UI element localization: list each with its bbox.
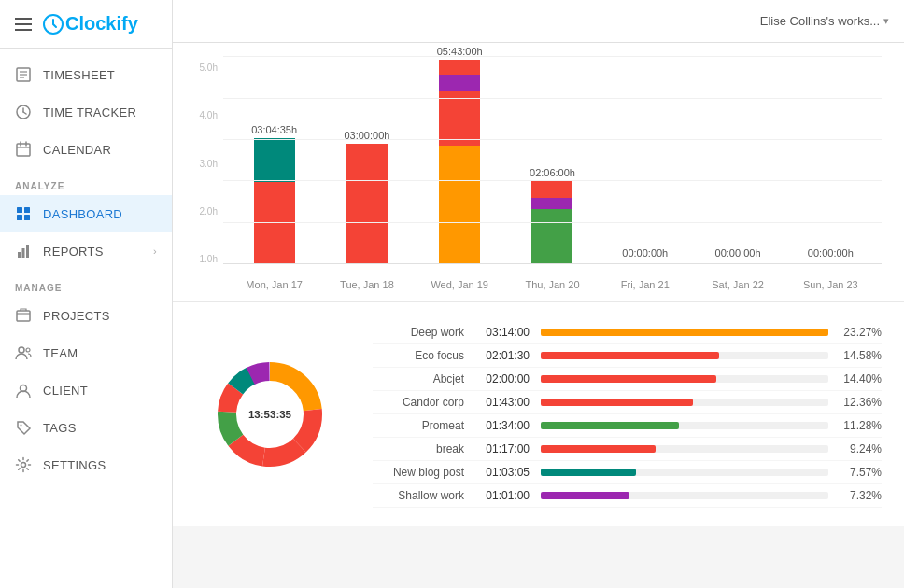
legend-name-deepwork: Deep work bbox=[373, 326, 475, 339]
x-label-fri: Fri, Jan 21 bbox=[599, 279, 691, 290]
legend-pct-deepwork: 23.27% bbox=[840, 326, 882, 339]
hamburger-menu[interactable] bbox=[15, 18, 32, 31]
legend-name-break: break bbox=[373, 442, 475, 455]
x-label-mon: Mon, Jan 17 bbox=[228, 279, 320, 290]
legend-row-deepwork: Deep work 03:14:00 23.27% bbox=[373, 321, 882, 344]
projects-label: PROJECTS bbox=[43, 309, 110, 323]
timesheet-icon bbox=[15, 66, 32, 83]
sidebar-item-tags[interactable]: TAGS bbox=[0, 409, 172, 446]
legend-row-promeat: Promeat 01:34:00 11.28% bbox=[373, 414, 882, 438]
sidebar-item-reports[interactable]: REPORTS › bbox=[0, 232, 172, 270]
svg-line-7 bbox=[23, 112, 26, 114]
projects-icon bbox=[15, 307, 32, 324]
sidebar-item-team[interactable]: TEAM bbox=[0, 334, 172, 371]
y-label-5: 5.0h bbox=[200, 63, 218, 73]
legend-name-shallowwork: Shallow work bbox=[373, 489, 475, 502]
legend-pct-candorcorp: 12.36% bbox=[840, 396, 882, 409]
legend-bar-fill-shallowwork bbox=[541, 492, 629, 499]
svg-rect-15 bbox=[24, 215, 30, 220]
dashboard-icon bbox=[15, 205, 32, 222]
legend-time-candorcorp: 01:43:00 bbox=[475, 396, 541, 409]
svg-point-24 bbox=[21, 463, 26, 468]
sidebar-item-projects[interactable]: PROJECTS bbox=[0, 297, 172, 334]
sidebar-item-dashboard[interactable]: DASHBOARD bbox=[0, 195, 172, 232]
svg-rect-8 bbox=[17, 144, 30, 156]
time-tracker-label: TIME TRACKER bbox=[43, 105, 136, 119]
top-bar: Elise Collins's works... ▾ bbox=[173, 0, 904, 43]
app-title: Clockify bbox=[65, 13, 138, 35]
legend-bar-newblogpost bbox=[541, 469, 828, 476]
legend-bar-promeat bbox=[541, 422, 828, 429]
legend-row-shallowwork: Shallow work 01:01:00 7.32% bbox=[373, 484, 882, 508]
legend-bar-ecofocus bbox=[541, 352, 828, 359]
reports-icon bbox=[15, 243, 32, 259]
legend-name-ecofocus: Eco focus bbox=[373, 349, 475, 362]
donut-center-time: 13:53:35 bbox=[248, 409, 291, 420]
reports-chevron-icon: › bbox=[153, 245, 157, 257]
legend-bar-deepwork bbox=[541, 329, 828, 336]
svg-point-21 bbox=[26, 348, 30, 352]
sidebar-item-timesheet[interactable]: TIMESHEET bbox=[0, 56, 172, 93]
legend-row-break: break 01:17:00 9.24% bbox=[373, 438, 882, 461]
bottom-section: 13:53:35 Deep work 03:14:00 23.27% Eco f… bbox=[173, 302, 904, 526]
dashboard-label: DASHBOARD bbox=[43, 207, 122, 221]
legend-pct-abcjet: 14.40% bbox=[840, 372, 882, 385]
tags-icon bbox=[15, 419, 32, 436]
calendar-icon bbox=[15, 141, 32, 158]
legend-pct-shallowwork: 7.32% bbox=[840, 489, 882, 502]
y-label-3: 3.0h bbox=[200, 159, 218, 169]
legend-pct-ecofocus: 14.58% bbox=[840, 349, 882, 362]
sidebar-item-time-tracker[interactable]: TIME TRACKER bbox=[0, 93, 172, 131]
svg-rect-12 bbox=[17, 207, 22, 213]
workspace-selector[interactable]: Elise Collins's works... bbox=[760, 14, 880, 28]
svg-rect-18 bbox=[26, 245, 29, 258]
x-label-tue: Tue, Jan 18 bbox=[320, 279, 413, 290]
sidebar-header: Clockify bbox=[0, 0, 172, 49]
app-logo: Clockify bbox=[43, 13, 138, 35]
legend-time-newblogpost: 01:03:05 bbox=[475, 466, 541, 479]
workspace-dropdown-icon[interactable]: ▾ bbox=[883, 15, 889, 27]
x-label-sun: Sun, Jan 23 bbox=[784, 279, 877, 290]
analyze-section-label: ANALYZE bbox=[0, 168, 172, 195]
bar-chart-section: 6.0h 5.0h 4.0h 3.0h 2.0h 1.0h bbox=[173, 0, 904, 302]
legend-time-break: 01:17:00 bbox=[475, 442, 541, 455]
tags-label: TAGS bbox=[43, 421, 77, 435]
legend-name-promeat: Promeat bbox=[373, 419, 475, 432]
legend-bar-break bbox=[541, 445, 828, 453]
sidebar-item-calendar[interactable]: CALENDAR bbox=[0, 131, 172, 168]
sidebar: Clockify TIMESHEET bbox=[0, 0, 173, 588]
legend-row-newblogpost: New blog post 01:03:05 7.57% bbox=[373, 461, 882, 484]
x-label-thu: Thu, Jan 20 bbox=[506, 279, 599, 290]
sidebar-item-client[interactable]: CLIENT bbox=[0, 371, 172, 409]
svg-point-20 bbox=[19, 347, 24, 353]
legend-time-abcjet: 02:00:00 bbox=[475, 372, 541, 385]
calendar-label: CALENDAR bbox=[43, 143, 111, 157]
svg-rect-14 bbox=[17, 215, 22, 220]
y-label-1: 1.0h bbox=[200, 254, 218, 264]
legend-name-candorcorp: Candor corp bbox=[373, 396, 475, 409]
legend-bar-fill-ecofocus bbox=[541, 352, 719, 359]
legend-time-ecofocus: 02:01:30 bbox=[475, 349, 541, 362]
sidebar-item-settings[interactable]: SETTINGS bbox=[0, 446, 172, 483]
sidebar-navigation: TIMESHEET TIME TRACKER CALE bbox=[0, 49, 172, 588]
settings-label: SETTINGS bbox=[43, 458, 106, 472]
legend-bar-abcjet bbox=[541, 375, 828, 383]
x-label-wed: Wed, Jan 19 bbox=[414, 279, 506, 290]
legend-pct-break: 9.24% bbox=[840, 442, 882, 455]
legend-name-abcjet: Abcjet bbox=[373, 372, 475, 385]
clock-icon bbox=[15, 104, 32, 120]
main-content: 6.0h 5.0h 4.0h 3.0h 2.0h 1.0h bbox=[173, 0, 904, 588]
legend-row-candorcorp: Candor corp 01:43:00 12.36% bbox=[373, 391, 882, 414]
legend-table: Deep work 03:14:00 23.27% Eco focus 02:0… bbox=[373, 321, 882, 508]
legend-pct-promeat: 11.28% bbox=[840, 419, 882, 432]
client-icon bbox=[15, 382, 32, 399]
legend-pct-newblogpost: 7.57% bbox=[840, 466, 882, 479]
legend-time-promeat: 01:34:00 bbox=[475, 419, 541, 432]
manage-section-label: MANAGE bbox=[0, 270, 172, 297]
svg-rect-19 bbox=[17, 311, 30, 321]
svg-rect-17 bbox=[22, 248, 25, 258]
legend-row-ecofocus: Eco focus 02:01:30 14.58% bbox=[373, 344, 882, 368]
y-label-2: 2.0h bbox=[200, 206, 218, 217]
legend-bar-fill-newblogpost bbox=[541, 469, 636, 476]
timesheet-label: TIMESHEET bbox=[43, 68, 115, 82]
